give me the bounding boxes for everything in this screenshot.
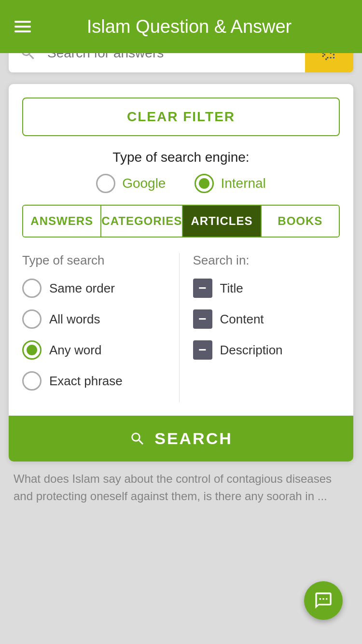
search-in-content[interactable]: Content — [193, 309, 340, 329]
radio-any-word-circle — [22, 340, 42, 360]
app-title: Islam Question & Answer — [31, 16, 348, 37]
search-in-title[interactable]: Title — [193, 279, 340, 298]
checkbox-description-label: Description — [220, 343, 283, 358]
radio-option-google[interactable]: Google — [96, 174, 166, 193]
radio-exact-phrase-circle — [22, 371, 42, 391]
search-type-any-word[interactable]: Any word — [22, 340, 169, 360]
clear-filter-button[interactable]: CLEAR FILTER — [22, 98, 340, 136]
filter-panel: CLEAR FILTER Type of search engine: Goog… — [9, 84, 353, 462]
checkbox-content-label: Content — [220, 312, 264, 327]
tab-books[interactable]: BOOKS — [262, 206, 339, 237]
search-button-wrap: SEARCH — [9, 416, 353, 462]
radio-all-words-label: All words — [49, 312, 100, 327]
search-options-panel: Type of search Same order All words Any … — [22, 239, 340, 416]
radio-same-order-label: Same order — [49, 281, 115, 296]
checkbox-title-label: Title — [220, 281, 243, 296]
app-header: Islam Question & Answer — [0, 0, 362, 53]
search-button-label: SEARCH — [154, 429, 233, 448]
radio-any-word-label: Any word — [49, 343, 101, 358]
search-engine-label: Type of search engine: — [22, 150, 340, 165]
checkbox-content — [193, 309, 212, 329]
radio-option-internal[interactable]: Internal — [195, 174, 265, 193]
search-engine-options: Google Internal — [22, 174, 340, 193]
search-in-section: Search in: Title Content Description — [180, 253, 340, 402]
search-type-header: Type of search — [22, 253, 169, 268]
radio-google-label: Google — [122, 176, 166, 191]
search-in-description[interactable]: Description — [193, 340, 340, 360]
radio-all-words-circle — [22, 309, 42, 329]
radio-internal-label: Internal — [221, 176, 265, 191]
search-type-exact-phrase[interactable]: Exact phrase — [22, 371, 169, 391]
checkbox-description — [193, 340, 212, 360]
search-button[interactable]: SEARCH — [9, 416, 353, 462]
search-in-header: Search in: — [193, 253, 340, 268]
menu-button[interactable] — [14, 21, 31, 32]
search-type-all-words[interactable]: All words — [22, 309, 169, 329]
radio-google-circle — [96, 174, 115, 193]
tab-categories[interactable]: CATEGORIES — [101, 206, 183, 237]
tab-articles[interactable]: ARTICLES — [183, 206, 261, 237]
checkbox-title — [193, 279, 212, 298]
search-type-section: Type of search Same order All words Any … — [22, 253, 180, 402]
radio-exact-phrase-label: Exact phrase — [49, 374, 123, 389]
content-type-tabs: ANSWERS CATEGORIES ARTICLES BOOKS — [22, 205, 340, 238]
radio-internal-circle — [195, 174, 214, 193]
chat-button[interactable] — [304, 581, 343, 620]
radio-same-order-circle — [22, 279, 42, 298]
tab-answers[interactable]: ANSWERS — [23, 206, 101, 237]
search-type-same-order[interactable]: Same order — [22, 279, 169, 298]
